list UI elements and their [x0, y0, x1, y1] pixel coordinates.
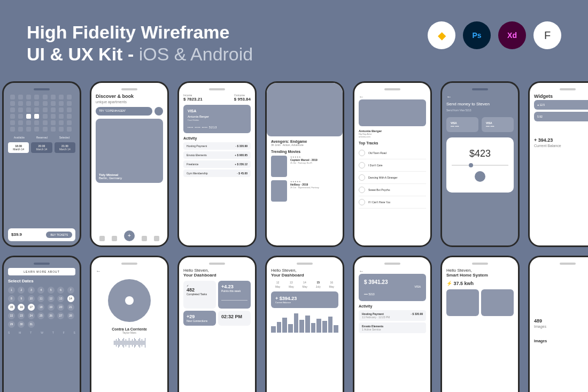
player-screen: ← Contra La Corriente Taylor Marc: [90, 256, 169, 392]
send-button[interactable]: [475, 171, 485, 182]
visa-card[interactable]: VISA•••• ••••: [446, 117, 478, 132]
delta-label: Current Balance: [534, 144, 588, 148]
time-slot[interactable]: 18:30March 14: [8, 142, 29, 153]
smarthome-screen: Hello Steven, Smart Home System ⚡ 37.5 k…: [440, 256, 520, 392]
stat-card[interactable]: ✓482Completed Tasks: [183, 281, 216, 309]
stat-label: Images: [534, 325, 588, 328]
widget[interactable]: 5.92: [534, 112, 588, 121]
activity-item[interactable]: Hosting Payment- $ 320.99: [183, 142, 251, 150]
widget[interactable]: ● 12.5: [534, 100, 588, 110]
discover-sub: unique apartments: [96, 100, 163, 104]
dashboard-screen: Hello Steven, Your Dashboard ✓482Complet…: [177, 256, 257, 392]
track-item[interactable]: Dancing With A Stranger: [359, 172, 426, 184]
discover-title: Discover & book: [96, 94, 163, 99]
delta-value: + 394.23: [534, 137, 588, 143]
seat-grid[interactable]: [10, 95, 73, 132]
figma-icon: F: [533, 21, 561, 49]
search-input[interactable]: TRY "COPENHAGEN": [96, 107, 152, 116]
buy-button[interactable]: BUY TICKETS: [46, 232, 72, 238]
hero-image[interactable]: [267, 83, 343, 136]
movie-item[interactable]: ★★★★★Captain Marvel · 20192h 3m · Fantas…: [271, 156, 338, 177]
send-title: Send money to Steven: [446, 102, 514, 106]
stat-card[interactable]: +4.23Points this week: [218, 281, 251, 309]
calendar-screen: LEARN MORE ABOUT Select Dates 1234567 89…: [2, 256, 81, 392]
visa-card[interactable]: VISA•••• ••••: [482, 117, 514, 132]
song-artist: Taylor Marc: [96, 331, 163, 334]
play-icon[interactable]: [359, 162, 365, 168]
learn-banner[interactable]: LEARN MORE ABOUT: [8, 268, 75, 275]
artist-site: antonia.com: [359, 135, 426, 138]
greeting: Hello Steven,: [183, 268, 251, 273]
add-button[interactable]: +: [124, 230, 135, 241]
dashboard-title: Your Dashboard: [183, 273, 251, 278]
room-image[interactable]: [446, 289, 479, 316]
activity-item[interactable]: Envato Elements1 Active Service: [359, 322, 426, 333]
stat-card[interactable]: +29New Connections: [183, 311, 216, 326]
movie-item[interactable]: ★★★★★Hellboy · 20192h 1m · Supernatural,…: [271, 180, 338, 202]
ticket-price: $39.9: [11, 232, 22, 237]
photoshop-icon: Ps: [463, 21, 491, 49]
artist-screen: ← Antonia Berger Hip Hop Artist antonia.…: [353, 81, 432, 247]
activity-item[interactable]: Hosting Payment11 February · 12:23 PM - …: [359, 310, 426, 321]
search-icon[interactable]: [112, 236, 117, 241]
time-slot[interactable]: 21:30March 14: [55, 142, 75, 153]
greeting: Hello Steven,: [446, 268, 514, 273]
amount-value: $423: [452, 148, 508, 159]
calendar-grid[interactable]: 1234567 891011121314 15161718192021 2223…: [8, 287, 75, 328]
calendar-title: Select Dates: [8, 279, 75, 283]
track-item[interactable]: If I Can't Have You: [359, 196, 426, 209]
room-image[interactable]: [481, 289, 514, 316]
track-item[interactable]: Sweet But Psycho: [359, 184, 426, 196]
home-icon[interactable]: [99, 236, 105, 241]
activity-item[interactable]: Gym Membership- $ 45.00: [183, 170, 251, 177]
play-icon[interactable]: [359, 174, 365, 181]
apartment-card[interactable]: Tidy MinimalBerlin, Germany: [96, 119, 163, 183]
home-title: Smart Home System: [446, 273, 514, 278]
widgets-title: Widgets: [534, 94, 588, 99]
activity-header: Activity: [359, 304, 426, 308]
track-item[interactable]: I Don't Care: [359, 159, 426, 172]
back-icon[interactable]: ←: [96, 268, 101, 274]
xd-icon: Xd: [498, 21, 526, 49]
back-icon[interactable]: ←: [359, 268, 364, 274]
heart-icon[interactable]: [142, 236, 147, 241]
legend-reserved: Reserved: [36, 136, 48, 139]
amount-slider[interactable]: [452, 165, 508, 166]
movies-screen: Avengers: Endgame 3h 1min · Action, Adve…: [265, 81, 344, 247]
seat-screen: Available Reserved Selected 18:30March 1…: [2, 81, 81, 247]
images-header: Images: [534, 339, 588, 343]
dashboard2-screen: Hello Steven, Your Dashboard 1213141516 …: [265, 256, 344, 392]
sparkline: [534, 158, 588, 169]
play-icon[interactable]: [359, 199, 365, 205]
album-art: [108, 279, 151, 322]
title-line1: High Fidelity Wireframe: [27, 21, 253, 43]
format-badges: ◆ Ps Xd F: [428, 21, 561, 49]
discover-screen: Discover & book unique apartments TRY "C…: [90, 81, 169, 247]
play-icon[interactable]: [359, 150, 365, 156]
dashboard-title: Your Dashboard: [271, 273, 338, 278]
track-item[interactable]: Old Town Road: [359, 147, 426, 159]
activity-item[interactable]: Freelance+ $ 236.12: [183, 160, 251, 168]
activity-item[interactable]: Envato Elements+ $ 900.95: [183, 151, 251, 159]
play-icon[interactable]: [359, 187, 365, 193]
back-icon[interactable]: ←: [446, 94, 452, 99]
back-icon[interactable]: ←: [359, 94, 364, 99]
song-title: Contra La Corriente: [96, 327, 163, 331]
date-tabs[interactable]: 1213141516: [271, 281, 338, 284]
search-icon[interactable]: [154, 107, 163, 116]
artist-image: [359, 99, 426, 126]
finance2-screen: ← $ 3941.23 VISA •••• 5213 Activity Host…: [353, 256, 432, 392]
credit-card[interactable]: VISA Antonia Berger Card Holder •••• •••…: [183, 105, 251, 133]
sketch-icon: ◆: [428, 21, 455, 49]
waveform[interactable]: [96, 337, 163, 348]
profile-icon[interactable]: [154, 236, 159, 241]
balance-card[interactable]: + $394.23Current Balance: [271, 291, 338, 308]
legend-available: Available: [14, 136, 25, 139]
tracks-header: Top Tracks: [359, 141, 426, 145]
fragment-screen: 489 Images Images: [528, 256, 588, 392]
movie-meta: 3h 1min · Action, Adventure: [271, 143, 338, 147]
balance-card[interactable]: $ 3941.23 VISA •••• 5213: [359, 274, 426, 301]
time-slot[interactable]: 20:30March 14: [31, 142, 52, 153]
bar-chart: [271, 311, 338, 333]
time-card: 02:32 PM: [218, 311, 251, 326]
